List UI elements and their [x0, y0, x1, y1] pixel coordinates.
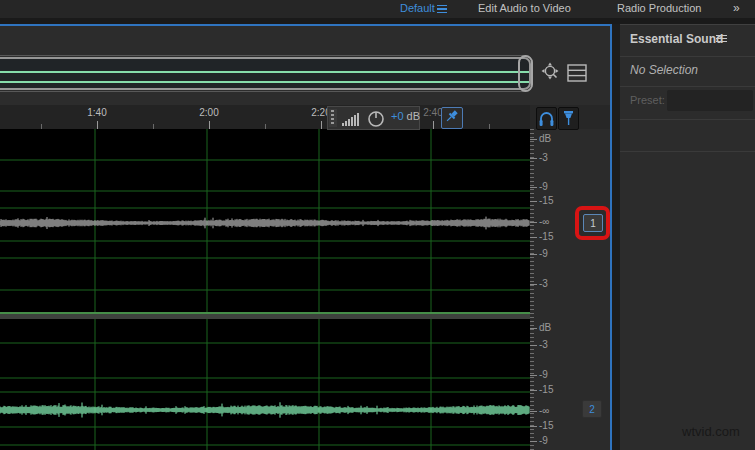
navigator-waveform-ch1 — [0, 71, 529, 73]
db-tick — [530, 284, 537, 285]
ruler-tick — [97, 121, 98, 129]
db-tick — [530, 201, 537, 202]
workspace-tab-default[interactable]: Default — [400, 2, 435, 14]
ruler-tick — [209, 121, 210, 129]
ruler-tick — [433, 121, 434, 129]
panel-divider — [620, 119, 755, 120]
db-label: -9 — [539, 435, 569, 446]
workspace-tab-edit-audio-to-video[interactable]: Edit Audio to Video — [478, 2, 571, 14]
hud-pin-button[interactable] — [441, 107, 463, 129]
db-tick — [530, 375, 537, 376]
db-tick — [530, 345, 537, 346]
essential-sound-menu-icon[interactable] — [716, 35, 727, 42]
pin-icon — [559, 108, 578, 129]
db-label: -15 — [539, 195, 569, 206]
monitor-headphones-button[interactable] — [536, 107, 557, 130]
db-label: -3 — [539, 339, 569, 350]
db-tick — [530, 139, 537, 140]
ruler-label: 2:00 — [189, 107, 229, 118]
workspace-menu-icon[interactable] — [437, 5, 447, 13]
zoom-navigate-icon[interactable] — [540, 61, 562, 85]
db-label: -∞ — [539, 405, 569, 416]
db-label: -9 — [539, 369, 569, 380]
waveform-plot — [0, 129, 530, 450]
app-window: Default Edit Audio to Video Radio Produc… — [0, 0, 755, 450]
db-tick — [530, 254, 537, 255]
db-label: -15 — [539, 420, 569, 431]
hud-grip-dots-icon — [331, 110, 334, 126]
hud-gain-overlay[interactable]: +0 dB — [327, 106, 420, 130]
essential-sound-title: Essential Sound — [630, 32, 723, 46]
essential-sound-panel — [620, 24, 755, 450]
db-tick — [530, 187, 537, 188]
db-tick — [530, 222, 537, 223]
db-tick — [530, 411, 537, 412]
db-tick — [530, 426, 537, 427]
preset-dropdown[interactable] — [667, 90, 753, 111]
gain-value: +0 — [391, 110, 404, 122]
db-tick — [530, 158, 537, 159]
db-tick — [530, 328, 537, 329]
gain-knob-icon[interactable] — [366, 109, 386, 129]
watermark: wtvid.com — [682, 424, 740, 439]
headphones-icon — [537, 108, 556, 129]
panel-divider — [620, 56, 755, 57]
db-label: dB — [539, 322, 569, 333]
panel-divider — [620, 86, 755, 87]
db-scale-ticks — [530, 129, 534, 450]
track-list-icon[interactable] — [567, 64, 587, 82]
workspace-tab-radio-production[interactable]: Radio Production — [617, 2, 701, 14]
selection-status: No Selection — [630, 63, 698, 77]
red-highlight-annotation — [575, 206, 610, 240]
workspace-overflow-chevron-icon[interactable]: » — [733, 1, 739, 15]
timeline-navigator-view[interactable] — [0, 57, 531, 90]
db-label: dB — [539, 133, 569, 144]
channel-2-button[interactable]: 2 — [582, 400, 602, 418]
db-label: -∞ — [539, 216, 569, 227]
ruler-label: 1:40 — [77, 107, 117, 118]
pin-tool-button[interactable] — [558, 107, 579, 130]
db-tick — [530, 441, 537, 442]
db-label: -15 — [539, 384, 569, 395]
db-label: -9 — [539, 181, 569, 192]
preset-label: Preset: — [630, 94, 665, 106]
db-label: -3 — [539, 278, 569, 289]
gain-readout[interactable]: +0 dB — [391, 110, 420, 122]
db-label: -3 — [539, 152, 569, 163]
gain-unit: dB — [407, 110, 420, 122]
ruler-tick — [321, 121, 322, 129]
pushpin-icon — [442, 108, 462, 128]
db-tick — [530, 390, 537, 391]
db-label: -9 — [539, 248, 569, 259]
navigator-waveform-ch2 — [0, 81, 529, 83]
navigator-right-handle[interactable] — [518, 55, 533, 92]
workspace-bar: Default Edit Audio to Video Radio Produc… — [0, 0, 755, 18]
db-label: -15 — [539, 231, 569, 242]
panel-divider — [620, 151, 755, 152]
db-tick — [530, 237, 537, 238]
level-meter-icon — [342, 112, 364, 126]
